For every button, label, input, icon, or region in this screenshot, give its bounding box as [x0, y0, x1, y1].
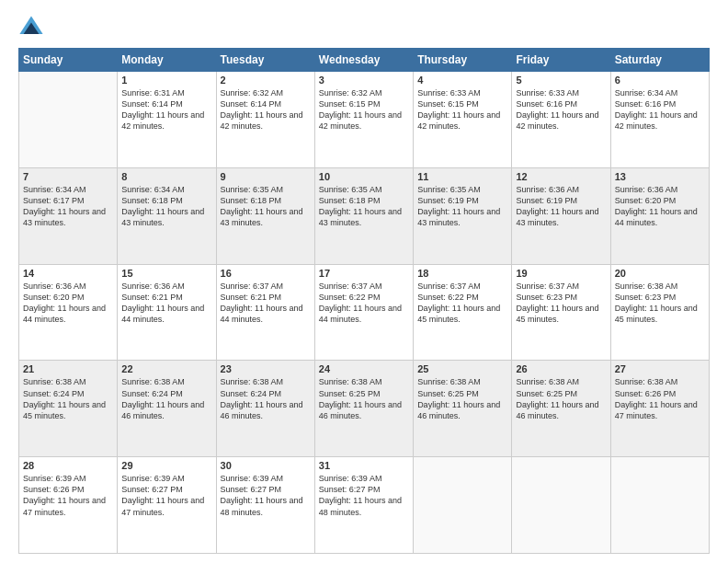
calendar-cell: 21Sunrise: 6:38 AMSunset: 6:24 PMDayligh… — [19, 361, 118, 457]
calendar-cell: 10Sunrise: 6:35 AMSunset: 6:18 PMDayligh… — [314, 167, 413, 264]
cell-info: Sunrise: 6:38 AMSunset: 6:24 PMDaylight:… — [221, 376, 311, 421]
calendar-week-row: 28Sunrise: 6:39 AMSunset: 6:26 PMDayligh… — [19, 457, 710, 554]
calendar-cell: 18Sunrise: 6:37 AMSunset: 6:22 PMDayligh… — [414, 264, 512, 361]
day-number: 7 — [23, 171, 113, 182]
calendar-cell: 13Sunrise: 6:36 AMSunset: 6:20 PMDayligh… — [610, 167, 709, 264]
calendar-cell: 9Sunrise: 6:35 AMSunset: 6:18 PMDaylight… — [216, 167, 314, 264]
calendar-cell: 5Sunrise: 6:33 AMSunset: 6:16 PMDaylight… — [512, 72, 610, 168]
day-number: 23 — [221, 363, 311, 374]
cell-info: Sunrise: 6:39 AMSunset: 6:27 PMDaylight:… — [121, 473, 211, 518]
calendar-cell — [19, 72, 118, 168]
calendar-cell: 24Sunrise: 6:38 AMSunset: 6:25 PMDayligh… — [314, 361, 413, 457]
cell-info: Sunrise: 6:32 AMSunset: 6:14 PMDaylight:… — [221, 87, 311, 132]
cell-info: Sunrise: 6:37 AMSunset: 6:21 PMDaylight:… — [221, 281, 311, 326]
day-number: 15 — [121, 268, 211, 279]
day-number: 2 — [221, 75, 311, 86]
calendar-cell: 26Sunrise: 6:38 AMSunset: 6:25 PMDayligh… — [512, 361, 610, 457]
cell-info: Sunrise: 6:38 AMSunset: 6:25 PMDaylight:… — [516, 376, 606, 421]
day-number: 13 — [615, 171, 705, 182]
calendar-day-header: Thursday — [414, 49, 512, 72]
calendar-cell: 28Sunrise: 6:39 AMSunset: 6:26 PMDayligh… — [19, 457, 118, 554]
cell-info: Sunrise: 6:35 AMSunset: 6:18 PMDaylight:… — [319, 184, 409, 229]
calendar-cell: 11Sunrise: 6:35 AMSunset: 6:19 PMDayligh… — [414, 167, 512, 264]
day-number: 19 — [516, 268, 606, 279]
day-number: 5 — [516, 75, 606, 86]
cell-info: Sunrise: 6:39 AMSunset: 6:26 PMDaylight:… — [23, 473, 113, 518]
day-number: 24 — [319, 363, 409, 374]
day-number: 21 — [23, 363, 113, 374]
cell-info: Sunrise: 6:39 AMSunset: 6:27 PMDaylight:… — [221, 473, 311, 518]
calendar-cell: 20Sunrise: 6:38 AMSunset: 6:23 PMDayligh… — [610, 264, 709, 361]
day-number: 1 — [121, 75, 211, 86]
cell-info: Sunrise: 6:34 AMSunset: 6:18 PMDaylight:… — [121, 184, 211, 229]
cell-info: Sunrise: 6:33 AMSunset: 6:16 PMDaylight:… — [516, 87, 606, 132]
cell-info: Sunrise: 6:36 AMSunset: 6:19 PMDaylight:… — [516, 184, 606, 229]
day-number: 25 — [417, 363, 507, 374]
calendar-cell: 2Sunrise: 6:32 AMSunset: 6:14 PMDaylight… — [216, 72, 314, 168]
cell-info: Sunrise: 6:33 AMSunset: 6:15 PMDaylight:… — [417, 87, 507, 132]
header — [18, 15, 710, 40]
day-number: 30 — [221, 460, 311, 471]
day-number: 11 — [417, 171, 507, 182]
calendar-cell: 30Sunrise: 6:39 AMSunset: 6:27 PMDayligh… — [216, 457, 314, 554]
calendar-header-row: SundayMondayTuesdayWednesdayThursdayFrid… — [19, 49, 710, 72]
cell-info: Sunrise: 6:37 AMSunset: 6:22 PMDaylight:… — [417, 281, 507, 326]
cell-info: Sunrise: 6:38 AMSunset: 6:25 PMDaylight:… — [319, 376, 409, 421]
cell-info: Sunrise: 6:34 AMSunset: 6:17 PMDaylight:… — [23, 184, 113, 229]
calendar-cell: 14Sunrise: 6:36 AMSunset: 6:20 PMDayligh… — [19, 264, 118, 361]
day-number: 14 — [23, 268, 113, 279]
cell-info: Sunrise: 6:31 AMSunset: 6:14 PMDaylight:… — [121, 87, 211, 132]
cell-info: Sunrise: 6:35 AMSunset: 6:19 PMDaylight:… — [417, 184, 507, 229]
calendar-cell: 1Sunrise: 6:31 AMSunset: 6:14 PMDaylight… — [118, 72, 216, 168]
calendar-cell: 25Sunrise: 6:38 AMSunset: 6:25 PMDayligh… — [414, 361, 512, 457]
calendar-cell: 31Sunrise: 6:39 AMSunset: 6:27 PMDayligh… — [314, 457, 413, 554]
cell-info: Sunrise: 6:36 AMSunset: 6:20 PMDaylight:… — [615, 184, 705, 229]
calendar-cell: 15Sunrise: 6:36 AMSunset: 6:21 PMDayligh… — [118, 264, 216, 361]
day-number: 26 — [516, 363, 606, 374]
day-number: 16 — [221, 268, 311, 279]
day-number: 6 — [615, 75, 705, 86]
calendar-cell: 29Sunrise: 6:39 AMSunset: 6:27 PMDayligh… — [118, 457, 216, 554]
calendar-cell: 4Sunrise: 6:33 AMSunset: 6:15 PMDaylight… — [414, 72, 512, 168]
calendar-day-header: Saturday — [610, 49, 709, 72]
cell-info: Sunrise: 6:36 AMSunset: 6:20 PMDaylight:… — [23, 281, 113, 326]
logo-icon — [18, 15, 44, 40]
logo — [18, 15, 48, 40]
calendar-day-header: Wednesday — [314, 49, 413, 72]
calendar-cell: 27Sunrise: 6:38 AMSunset: 6:26 PMDayligh… — [610, 361, 709, 457]
calendar-cell: 3Sunrise: 6:32 AMSunset: 6:15 PMDaylight… — [314, 72, 413, 168]
day-number: 22 — [121, 363, 211, 374]
calendar-cell: 23Sunrise: 6:38 AMSunset: 6:24 PMDayligh… — [216, 361, 314, 457]
calendar-cell: 19Sunrise: 6:37 AMSunset: 6:23 PMDayligh… — [512, 264, 610, 361]
cell-info: Sunrise: 6:38 AMSunset: 6:24 PMDaylight:… — [121, 376, 211, 421]
calendar-day-header: Tuesday — [216, 49, 314, 72]
day-number: 12 — [516, 171, 606, 182]
calendar-cell: 8Sunrise: 6:34 AMSunset: 6:18 PMDaylight… — [118, 167, 216, 264]
day-number: 17 — [319, 268, 409, 279]
cell-info: Sunrise: 6:37 AMSunset: 6:23 PMDaylight:… — [516, 281, 606, 326]
cell-info: Sunrise: 6:38 AMSunset: 6:23 PMDaylight:… — [615, 281, 705, 326]
day-number: 8 — [121, 171, 211, 182]
calendar-table: SundayMondayTuesdayWednesdayThursdayFrid… — [18, 48, 710, 554]
cell-info: Sunrise: 6:32 AMSunset: 6:15 PMDaylight:… — [319, 87, 409, 132]
cell-info: Sunrise: 6:34 AMSunset: 6:16 PMDaylight:… — [615, 87, 705, 132]
calendar-cell — [610, 457, 709, 554]
day-number: 20 — [615, 268, 705, 279]
cell-info: Sunrise: 6:38 AMSunset: 6:26 PMDaylight:… — [615, 376, 705, 421]
cell-info: Sunrise: 6:37 AMSunset: 6:22 PMDaylight:… — [319, 281, 409, 326]
day-number: 29 — [121, 460, 211, 471]
calendar-cell — [512, 457, 610, 554]
day-number: 10 — [319, 171, 409, 182]
calendar-week-row: 7Sunrise: 6:34 AMSunset: 6:17 PMDaylight… — [19, 167, 710, 264]
cell-info: Sunrise: 6:35 AMSunset: 6:18 PMDaylight:… — [221, 184, 311, 229]
cell-info: Sunrise: 6:38 AMSunset: 6:25 PMDaylight:… — [417, 376, 507, 421]
day-number: 4 — [417, 75, 507, 86]
day-number: 3 — [319, 75, 409, 86]
calendar-week-row: 1Sunrise: 6:31 AMSunset: 6:14 PMDaylight… — [19, 72, 710, 168]
day-number: 18 — [417, 268, 507, 279]
calendar-cell: 7Sunrise: 6:34 AMSunset: 6:17 PMDaylight… — [19, 167, 118, 264]
day-number: 28 — [23, 460, 113, 471]
day-number: 31 — [319, 460, 409, 471]
calendar-day-header: Monday — [118, 49, 216, 72]
cell-info: Sunrise: 6:39 AMSunset: 6:27 PMDaylight:… — [319, 473, 409, 518]
